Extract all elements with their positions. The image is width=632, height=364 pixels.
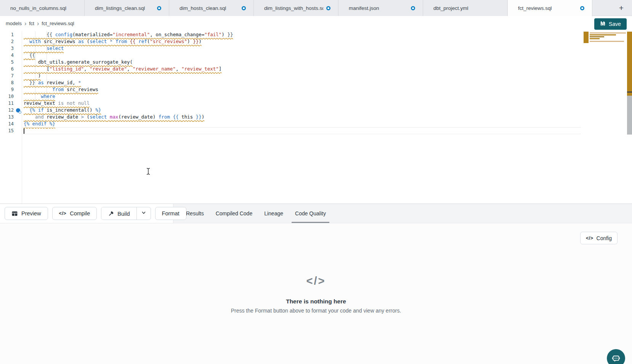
compile-button[interactable]: </>Compile [52,207,97,220]
code-token: ) [199,38,202,44]
code-line-text: {{ [24,52,35,58]
code-line-text: {% if is_incremental() %} [24,107,101,113]
tab-code-quality[interactable]: Code Quality [295,204,326,223]
code-line-text: from src_reviews [24,87,98,92]
copilot-action-icon[interactable] [16,108,20,112]
empty-state-caption: Press the Format button above to format … [0,308,632,314]
build-button[interactable]: Build [101,207,136,220]
file-tab-no-nulls-in-columns-sql[interactable]: no_nulls_in_columns.sql [0,0,85,16]
minimap-line [590,36,604,37]
code-token: ) [24,73,41,79]
code-token: %} [47,121,55,127]
line-number: 11 [0,100,14,107]
code-line[interactable]: }} as review_id, * [22,79,581,86]
code-token: , [176,66,181,72]
code-line[interactable]: select [22,45,581,52]
config-button[interactable]: </> Config [580,232,618,244]
file-tab-dim-listings-with-hosts-sql[interactable]: dim_listings_with_hosts.sql [254,0,338,16]
code-token: dbt_utils.generate_surrogate_key( [38,59,133,65]
minimap-line [590,41,624,42]
save-button[interactable]: Save [594,18,627,30]
breadcrumb-item-fct[interactable]: fct [29,21,34,26]
tab-results[interactable]: Results [186,204,204,223]
code-token: as [38,80,44,85]
breadcrumb-item-fct-reviews-sql[interactable]: fct_reviews.sql [42,21,74,26]
line-number: 9 [0,86,14,93]
tab-lineage[interactable]: Lineage [264,204,283,223]
code-token [24,114,35,120]
file-tab-label: fct_reviews.sql [518,5,577,11]
file-tab-dim-hosts-clean-sql[interactable]: dim_hosts_clean.sql [169,0,254,16]
file-tab-dbt-project-yml[interactable]: dbt_project.yml [423,0,508,16]
code-line[interactable]: review_text is not null [22,100,581,107]
file-tab-dim-listings-clean-sql[interactable]: dim_listings_clean.sql [85,0,169,16]
file-tab-fct-reviews-sql[interactable]: fct_reviews.sql [508,0,592,16]
scrollbar-thumb[interactable] [627,96,632,135]
code-token: "review_date" [90,66,127,72]
compile-button-label: Compile [70,210,90,216]
code-token [24,80,29,85]
editor-code-area[interactable]: {{ config(materialized="incremental", on… [22,31,627,204]
code-token: materialized [75,32,109,37]
code-token: "src_reviews" [150,38,187,44]
code-token: {{ [29,52,35,58]
code-token: max [110,114,119,120]
line-number: 6 [0,66,14,72]
code-token: [ [24,66,50,72]
code-icon: </> [0,275,632,287]
code-token: * [78,80,81,85]
breadcrumb-item-models[interactable]: models [6,21,22,26]
file-tab-label: dim_listings_with_hosts.sql [264,5,323,11]
editor-scrollbar[interactable] [627,31,632,204]
preview-button[interactable]: Preview [5,207,48,220]
code-token: "listing_id" [50,66,84,72]
code-line[interactable]: dbt_utils.generate_surrogate_key( [22,59,581,66]
code-line[interactable]: with src_reviews as (select * from {{ re… [22,38,581,45]
build-dropdown-button[interactable] [136,207,151,220]
code-token: src_reviews [64,87,98,92]
code-token [127,38,130,44]
code-token: where [41,93,55,99]
code-token: with [29,38,41,44]
code-line[interactable]: {{ [22,52,581,59]
code-token [24,52,29,58]
code-line[interactable]: {% endif %} [22,120,581,127]
code-line[interactable]: from src_reviews [22,86,581,93]
code-token: > [81,114,84,120]
breadcrumb-row: models›fct›fct_reviews.sql Save [0,16,632,31]
code-icon: </> [586,236,594,241]
modified-dot-icon [411,6,415,10]
format-button[interactable]: Format [155,207,186,220]
new-tab-button[interactable]: + [616,3,627,13]
tab-compiled-code[interactable]: Compiled Code [216,204,253,223]
code-token: {{ [47,32,55,37]
bottom-panel: Preview</>CompileBuildFormat ResultsComp… [0,204,632,364]
code-token [24,107,29,113]
file-tab-manifest-json[interactable]: manifest.json [338,0,423,16]
breadcrumb: models›fct›fct_reviews.sql [6,21,74,26]
line-number: 2 [0,38,14,45]
code-token: review_text [24,100,58,106]
save-floppy-icon [600,21,606,27]
code-line[interactable]: ["listing_id", "review_date", "reviewer_… [22,66,581,72]
file-tab-label: dim_hosts_clean.sql [180,5,239,11]
editor-minimap[interactable] [584,32,626,43]
config-button-label: Config [597,235,612,241]
code-line[interactable]: {{ config(materialized="incremental", on… [22,31,581,38]
code-line[interactable] [22,127,581,134]
code-line[interactable]: {% if is_incremental() %} [22,107,581,114]
code-token: , [150,32,156,37]
editor-action-buttons: Preview</>CompileBuildFormat [5,207,186,220]
modified-dot-icon [580,6,584,10]
code-token: and [35,114,44,120]
code-token: ref [138,38,147,44]
code-editor[interactable]: 123456789101112131415 {{ config(material… [0,31,632,204]
code-line[interactable]: where [22,93,581,100]
line-number: 10 [0,93,14,100]
code-line[interactable]: ) [22,72,581,79]
code-token [107,114,110,120]
code-token: "reviewer_name" [133,66,176,72]
code-token: ) [221,32,227,37]
code-token: , [127,66,133,72]
code-line[interactable]: and review_date > (select max(review_dat… [22,114,581,120]
